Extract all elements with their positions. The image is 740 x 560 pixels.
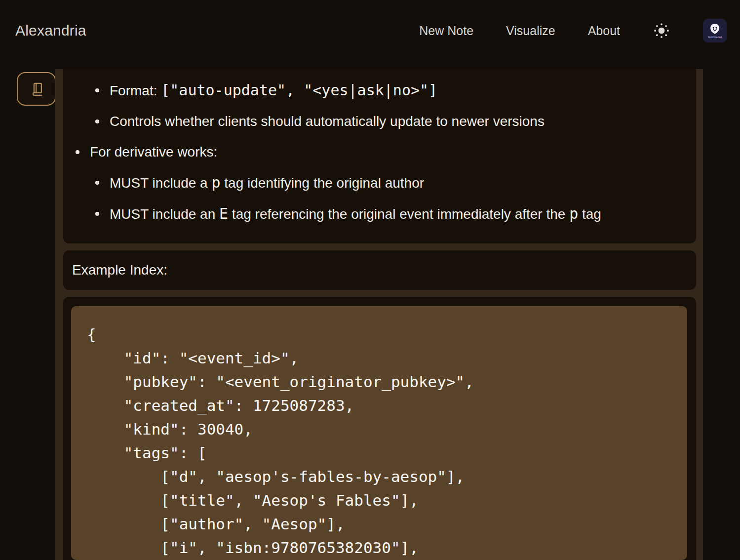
bullet-text: Controls whether clients should automati…: [110, 114, 545, 129]
code-line: {: [87, 322, 677, 346]
example-label-card: Example Index:: [63, 250, 696, 290]
list-item: Format: ["auto-update", "<yes|ask|no>"]: [63, 82, 684, 99]
code-line: "kind": 30040,: [87, 417, 677, 441]
book-icon: [29, 81, 44, 97]
inline-code: ["auto-update", "<yes|ask|no>"]: [161, 81, 437, 99]
example-index-label: Example Index:: [72, 262, 167, 278]
nav-menu: New Note Visualize About: [419, 19, 727, 42]
inline-code: p: [211, 174, 220, 191]
list-item: MUST include a p tag identifying the ori…: [63, 174, 684, 192]
profile-logo-button[interactable]: GitCitadel: [703, 19, 727, 42]
code-line: ["d", "aesop's-fables-by-aesop"],: [87, 465, 677, 488]
inline-code: E: [219, 205, 228, 222]
nav-item-about[interactable]: About: [588, 24, 620, 38]
code-line: "id": "<event_id>",: [87, 346, 677, 370]
content-area: Format: ["auto-update", "<yes|ask|no>"] …: [0, 69, 740, 560]
list-item: MUST include an E tag referencing the or…: [63, 205, 684, 223]
code-line: "created_at": 1725087283,: [87, 394, 677, 417]
bullet-text: For derivative works:: [90, 144, 217, 160]
bullet-text: Format:: [110, 83, 161, 98]
left-sidebar: [0, 69, 55, 560]
document-frame: Format: ["auto-update", "<yes|ask|no>"] …: [55, 69, 703, 560]
code-line: ["author", "Aesop"],: [87, 512, 677, 536]
top-nav: Alexandria New Note Visualize About: [0, 0, 740, 69]
code-line: "pubkey": "<event_originator_pubkey>",: [87, 370, 677, 394]
sun-icon: [653, 22, 670, 40]
doc-card: Format: ["auto-update", "<yes|ask|no>"] …: [63, 69, 696, 243]
bullet-text: MUST include an: [110, 206, 219, 222]
json-code-block: { "id": "<event_id>", "pubkey": "<event_…: [71, 306, 687, 560]
app-title[interactable]: Alexandria: [15, 22, 86, 39]
doc-bullet-list: Format: ["auto-update", "<yes|ask|no>"] …: [63, 82, 684, 223]
bullet-text: tag referencing the original event immed…: [228, 206, 569, 222]
code-line: ["i", "isbn:9780765382030"],: [87, 536, 677, 560]
logo-label: GitCitadel: [708, 36, 722, 39]
list-item: For derivative works:: [63, 144, 684, 160]
bullet-text: tag identifying the original author: [221, 175, 425, 191]
bullet-text: MUST include a: [110, 175, 211, 191]
nav-item-visualize[interactable]: Visualize: [506, 24, 555, 38]
inline-code: p: [569, 205, 578, 222]
bullet-text: tag: [578, 206, 601, 222]
toc-book-button[interactable]: [17, 72, 56, 106]
list-item: Controls whether clients should automati…: [63, 113, 684, 130]
code-line: ["title", "Aesop's Fables"],: [87, 488, 677, 512]
theme-toggle-button[interactable]: [653, 22, 670, 40]
gitcitadel-shield-icon: [708, 23, 721, 35]
code-line: "tags": [: [87, 441, 677, 465]
code-card: { "id": "<event_id>", "pubkey": "<event_…: [63, 297, 696, 560]
nav-item-new-note[interactable]: New Note: [419, 24, 473, 38]
